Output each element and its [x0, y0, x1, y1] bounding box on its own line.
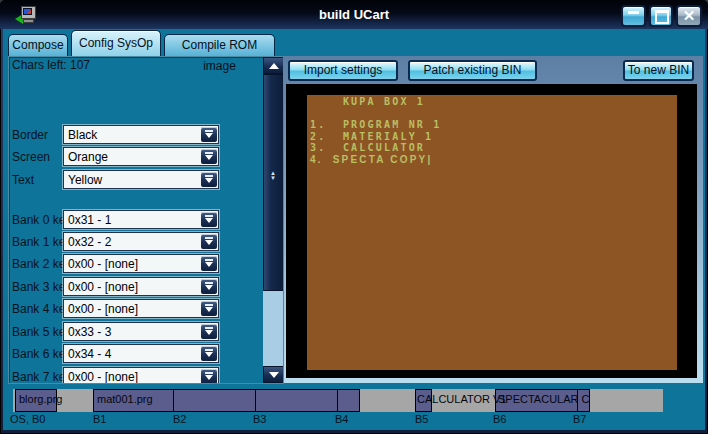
- tab-compile-rom-image[interactable]: Compile ROM image: [164, 34, 275, 56]
- bank-5-row: Bank 5 key 0x33 - 3: [9, 322, 263, 342]
- window-title: build UCart: [0, 0, 708, 29]
- settings-panel: Chars left: 107 Border Black Screen Oran…: [8, 56, 284, 384]
- close-button[interactable]: [676, 5, 702, 27]
- chevron-down-icon[interactable]: [201, 172, 217, 187]
- chevron-down-icon[interactable]: [201, 301, 217, 316]
- patch-existing-bin-button[interactable]: Patch existing BIN: [408, 60, 537, 81]
- bank-0-key-select[interactable]: 0x31 - 1: [63, 210, 219, 229]
- border-color-row: Border Black: [9, 125, 263, 145]
- bank-label: B1: [93, 413, 106, 425]
- preview-line: 1. PROGRAM NR 1: [310, 119, 677, 131]
- preview-line: KUPA BOX 1: [310, 96, 677, 108]
- chevron-down-icon[interactable]: [201, 279, 217, 294]
- bank-6-row: Bank 6 key 0x34 - 4: [9, 344, 263, 364]
- file-name: mat001.prg: [97, 393, 153, 405]
- chars-left-status: Chars left: 107: [12, 58, 90, 72]
- file-name: SPECTACULAR C: [498, 393, 589, 405]
- bank-2-key-value: 0x00 - [none]: [68, 257, 138, 271]
- preview-line: [310, 108, 677, 120]
- text-label: Text: [12, 173, 34, 187]
- bank-label: OS, B0: [10, 413, 45, 425]
- chevron-down-icon[interactable]: [201, 127, 217, 142]
- preview-line: 4. SPECTA COPY|: [310, 154, 677, 166]
- scrollbar-thumb[interactable]: [263, 74, 284, 291]
- bank-1-row: Bank 1 key 0x32 - 2: [9, 232, 263, 252]
- screen-color-value: Orange: [68, 150, 108, 164]
- bank-3-key-select[interactable]: 0x00 - [none]: [63, 277, 219, 296]
- c64-preview-screen: KUPA BOX 1 1. PROGRAM NR 1 2. MATERIALY …: [307, 95, 677, 370]
- preview-line-text: 4. SPECTA COPY: [310, 154, 427, 165]
- bank-1-key-value: 0x32 - 2: [68, 235, 111, 249]
- bank-label: B4: [335, 413, 348, 425]
- bank-5-key-value: 0x33 - 3: [68, 325, 111, 339]
- bank-1-key-select[interactable]: 0x32 - 2: [63, 232, 219, 251]
- chevron-down-icon[interactable]: [201, 234, 217, 249]
- bank-0-row: Bank 0 key 0x31 - 1: [9, 210, 263, 230]
- bank-5-key-select[interactable]: 0x33 - 3: [63, 322, 219, 341]
- border-label: Border: [12, 128, 48, 142]
- minimize-button[interactable]: [621, 5, 646, 27]
- import-settings-button[interactable]: Import settings: [288, 60, 398, 81]
- bank-4-key-value: 0x00 - [none]: [68, 302, 138, 316]
- chevron-down-icon[interactable]: [201, 346, 217, 361]
- chevron-down-icon[interactable]: [201, 149, 217, 164]
- text-color-select[interactable]: Yellow: [63, 170, 219, 189]
- chevron-down-icon[interactable]: [201, 369, 217, 384]
- bank-boundary-divider: [337, 389, 338, 412]
- bank-7-key-select[interactable]: 0x00 - [none]: [63, 367, 219, 384]
- bank-7-key-value: 0x00 - [none]: [68, 370, 138, 384]
- app-window: build UCart Compose Config SysOp Compile…: [0, 0, 708, 434]
- bank-2-key-select[interactable]: 0x00 - [none]: [63, 254, 219, 273]
- file-name: blorg.prg: [19, 393, 62, 405]
- bank-6-key-select[interactable]: 0x34 - 4: [63, 344, 219, 363]
- tab-compose[interactable]: Compose: [8, 34, 68, 56]
- scroll-down-button[interactable]: [263, 366, 284, 383]
- chevron-down-icon[interactable]: [201, 324, 217, 339]
- text-color-value: Yellow: [68, 173, 102, 187]
- bank-0-key-value: 0x31 - 1: [68, 213, 111, 227]
- chevron-down-icon[interactable]: [201, 212, 217, 227]
- scroll-up-button[interactable]: [263, 57, 284, 74]
- bank-6-key-value: 0x34 - 4: [68, 347, 111, 361]
- border-color-value: Black: [68, 128, 97, 142]
- screen-label: Screen: [12, 150, 50, 164]
- bank-4-key-select[interactable]: 0x00 - [none]: [63, 299, 219, 318]
- preview-pane: Import settings Patch existing BIN To ne…: [284, 56, 703, 383]
- bank-boundary-divider: [173, 389, 174, 412]
- tab-config-sysop[interactable]: Config SysOp: [71, 30, 161, 56]
- border-color-select[interactable]: Black: [63, 125, 219, 144]
- maximize-button[interactable]: [649, 5, 673, 27]
- bank-label: B3: [253, 413, 266, 425]
- bank-3-row: Bank 3 key 0x00 - [none]: [9, 277, 263, 297]
- to-new-bin-button[interactable]: To new BIN: [623, 60, 694, 81]
- c64-preview-border: KUPA BOX 1 1. PROGRAM NR 1 2. MATERIALY …: [286, 84, 697, 378]
- screen-color-select[interactable]: Orange: [63, 147, 219, 166]
- file-name: CALCULATOR V1: [417, 393, 506, 405]
- panel-scrollbar[interactable]: [263, 57, 284, 383]
- text-color-row: Text Yellow: [9, 170, 263, 190]
- bank-7-row: Bank 7 key 0x00 - [none]: [9, 367, 263, 384]
- bank-boundary-divider: [255, 389, 256, 412]
- bank-2-row: Bank 2 key 0x00 - [none]: [9, 254, 263, 274]
- chevron-down-icon[interactable]: [201, 256, 217, 271]
- bank-label: B2: [173, 413, 186, 425]
- preview-line: 2. MATERIALY 1: [310, 131, 677, 143]
- bank-label: B5: [415, 413, 428, 425]
- screen-color-row: Screen Orange: [9, 147, 263, 167]
- bank-map-bar: blorg.prg mat001.prg CALCULATOR V1 SPECT…: [13, 389, 663, 412]
- bank-label: B6: [493, 413, 506, 425]
- bank-label: B7: [573, 413, 586, 425]
- preview-line: 3. CALCULATOR: [310, 142, 677, 154]
- bank-3-key-value: 0x00 - [none]: [68, 280, 138, 294]
- title-bar: build UCart: [0, 0, 708, 29]
- text-cursor: |: [427, 154, 430, 165]
- bank-4-row: Bank 4 key 0x00 - [none]: [9, 299, 263, 319]
